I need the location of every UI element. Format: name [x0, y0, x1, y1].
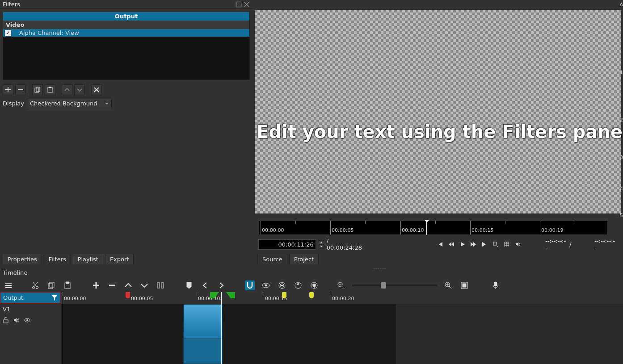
ripple-markers-button[interactable] [309, 280, 319, 290]
svg-rect-11 [66, 282, 69, 284]
overwrite-button[interactable] [139, 280, 149, 290]
zoom-out-button[interactable] [336, 280, 346, 290]
svg-rect-9 [50, 282, 54, 287]
ripple-button[interactable] [277, 280, 287, 290]
in-time: --:--:--:-- [545, 238, 567, 251]
filter-section: Video [3, 21, 249, 29]
rewind-button[interactable] [447, 240, 455, 249]
current-time-input[interactable]: 00:00:11;26 [258, 239, 316, 250]
svg-point-27 [26, 319, 28, 321]
display-mode-select[interactable]: Checkered Background [27, 99, 112, 108]
svg-rect-25 [494, 282, 497, 286]
copy-filter-button[interactable] [32, 84, 43, 95]
prev-marker-button[interactable] [200, 280, 210, 290]
source-tabs: Source Project [257, 254, 319, 264]
append-button[interactable] [91, 280, 101, 290]
timeline-playhead[interactable] [221, 292, 222, 364]
tab-filters[interactable]: Filters [44, 254, 71, 264]
marker-yellow-2[interactable] [309, 292, 314, 298]
loop-out-marker[interactable] [226, 292, 235, 298]
paste-filter-button[interactable] [45, 84, 55, 95]
tab-export[interactable]: Export [105, 254, 134, 264]
marker-red[interactable] [126, 292, 130, 298]
close-panel-icon[interactable] [244, 1, 250, 8]
scrub-playhead[interactable] [424, 220, 429, 225]
copy-button[interactable] [46, 280, 56, 290]
svg-point-6 [33, 287, 35, 289]
video-preview[interactable]: Edit your text using the Filters panel. [255, 10, 621, 213]
timeline-ruler[interactable]: 00:00:00 00:00:05 00:00:10 00:00:15 00:0… [61, 292, 623, 304]
svg-rect-8 [48, 284, 53, 289]
svg-rect-12 [157, 283, 160, 288]
play-button[interactable] [458, 240, 467, 249]
ripple-all-button[interactable] [293, 280, 303, 290]
tab-source[interactable]: Source [257, 254, 287, 264]
hide-icon[interactable] [24, 317, 30, 323]
audio-meter-4: -4 [618, 186, 623, 192]
next-marker-button[interactable] [216, 280, 226, 290]
timeline-menu-button[interactable] [4, 280, 13, 290]
svg-point-15 [265, 285, 267, 286]
svg-rect-13 [161, 283, 164, 288]
scrub-audio-button[interactable] [261, 280, 271, 290]
fast-forward-button[interactable] [469, 240, 478, 249]
duration-label: / 00:00:24;28 [327, 238, 364, 251]
loop-in-marker[interactable] [210, 292, 219, 298]
volume-button[interactable] [514, 240, 522, 249]
svg-point-7 [36, 287, 38, 289]
cut-button[interactable] [30, 280, 40, 290]
track-header-v1[interactable]: V1 [0, 303, 61, 315]
zoom-slider[interactable] [352, 285, 437, 286]
zoom-dropdown[interactable] [492, 240, 500, 249]
lock-icon[interactable] [3, 317, 9, 323]
svg-rect-5 [493, 242, 497, 245]
remove-filter-button[interactable] [15, 84, 26, 95]
filter-enabled-checkbox[interactable]: ✓ [5, 30, 11, 36]
tab-properties[interactable]: Properties [3, 254, 42, 264]
svg-rect-3 [48, 88, 52, 92]
tab-playlist[interactable]: Playlist [73, 254, 103, 264]
filters-list: Output Video ✓ Alpha Channel: View [3, 12, 250, 80]
record-audio-button[interactable] [491, 280, 501, 290]
add-filter-button[interactable] [3, 84, 13, 95]
mute-icon[interactable] [13, 317, 20, 323]
preview-scrubber[interactable]: 00:00:00 00:00:05 00:00:10 00:00:15 00:0… [258, 221, 608, 235]
undock-icon[interactable] [236, 1, 242, 8]
zoom-slider-handle[interactable] [381, 282, 386, 289]
filter-target: Output [3, 12, 249, 21]
skip-previous-button[interactable] [436, 240, 444, 249]
marker-yellow-1[interactable] [282, 292, 286, 298]
out-time: --:--:--:-- [594, 238, 616, 251]
filter-item[interactable]: ✓ Alpha Channel: View [3, 29, 249, 37]
split-button[interactable] [156, 280, 165, 290]
svg-rect-24 [463, 284, 466, 287]
deselect-filter-button[interactable] [91, 84, 102, 95]
move-filter-up-button[interactable] [62, 84, 72, 95]
grid-dropdown[interactable] [502, 240, 511, 249]
lift-button[interactable] [123, 280, 133, 290]
marker-button[interactable] [184, 280, 194, 290]
audio-meter-3: -3 [618, 155, 623, 160]
output-track-header[interactable]: Output [0, 292, 61, 303]
snap-button[interactable] [245, 280, 255, 290]
filters-title-text: Filters [3, 1, 20, 8]
time-step-up[interactable] [319, 240, 324, 244]
ripple-delete-button[interactable] [107, 280, 117, 290]
filters-panel-title: Filters [0, 0, 253, 9]
paste-button[interactable] [63, 280, 72, 290]
audio-meter-top: A [619, 2, 623, 8]
time-step-down[interactable] [319, 244, 324, 248]
tab-project[interactable]: Project [289, 254, 319, 264]
svg-rect-4 [49, 87, 51, 88]
audio-meter-1: -1 [618, 70, 623, 75]
zoom-fit-button[interactable] [459, 280, 469, 290]
main-tabs: Properties Filters Playlist Export [3, 254, 134, 264]
timeline-clip[interactable] [183, 304, 223, 364]
audio-meter-5: -5 [618, 213, 623, 218]
filter-icon [51, 295, 58, 301]
preview-text: Edit your text using the Filters panel. [255, 121, 623, 142]
skip-next-button[interactable] [480, 240, 489, 249]
zoom-in-button[interactable] [443, 280, 453, 290]
move-filter-down-button[interactable] [74, 84, 85, 95]
timeline-tracks[interactable]: 00:00:00 00:00:05 00:00:10 00:00:15 00:0… [61, 292, 623, 364]
